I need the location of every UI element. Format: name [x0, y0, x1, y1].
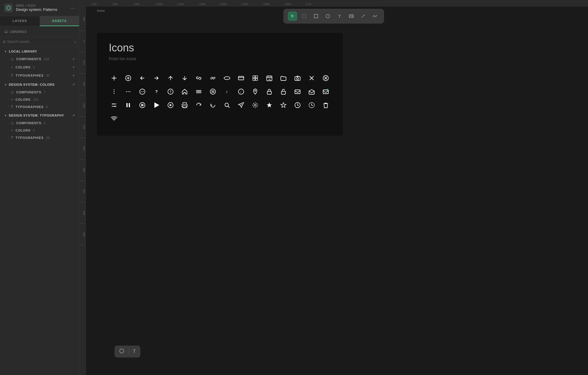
icon-lock-open[interactable]: [278, 86, 289, 97]
path-tool[interactable]: [370, 11, 380, 21]
icon-mail[interactable]: [292, 86, 303, 97]
ds-colors-header[interactable]: ▼ DESIGN SYSTEM: COLORS ↗: [0, 80, 79, 88]
icon-print[interactable]: [179, 100, 190, 110]
bottom-text-tool[interactable]: T: [133, 349, 136, 354]
icon-close-circle[interactable]: [320, 73, 331, 83]
icon-calendar[interactable]: 31: [264, 73, 275, 83]
icon-play-circle[interactable]: [165, 100, 176, 110]
svg-text:i: i: [226, 90, 228, 94]
icon-star[interactable]: [264, 100, 275, 110]
icon-pause[interactable]: [123, 100, 133, 110]
libraries-row[interactable]: 🗂 LIBRARIES: [0, 26, 79, 37]
icon-pause-circle[interactable]: [137, 100, 148, 110]
typography-icon: T: [11, 105, 13, 109]
icon-help-circle[interactable]: ?: [165, 86, 176, 97]
icon-folder[interactable]: [278, 73, 289, 83]
ds-colors-typographies-item[interactable]: › T TYPOGRAPHIES 6: [0, 103, 79, 110]
item-chevron-icon: ›: [8, 105, 9, 108]
external-link-icon[interactable]: ↗: [72, 113, 75, 117]
local-library-title: LOCAL LIBRARY: [9, 50, 37, 53]
icon-time[interactable]: [292, 100, 303, 110]
icon-trash[interactable]: [320, 100, 331, 110]
icon-ellipsis-circle[interactable]: [137, 86, 148, 97]
icon-close[interactable]: [306, 73, 317, 83]
icon-settings[interactable]: [250, 100, 260, 110]
brand-sub: GRID + FLEX: [16, 4, 57, 7]
icon-info-circle[interactable]: i: [236, 86, 246, 97]
icon-plus[interactable]: [109, 73, 119, 83]
add-color-icon[interactable]: +: [72, 65, 75, 70]
tab-layers[interactable]: LAYERS: [0, 16, 40, 26]
more-options-icon[interactable]: ⋯: [70, 5, 75, 11]
canvas-area[interactable]: -100 0 100 200 300 400 500 600 700 800 9…: [79, 6, 588, 375]
local-colors-item[interactable]: › ○ COLORS 5 +: [0, 63, 79, 71]
icon-reload[interactable]: [193, 100, 204, 110]
filter-icon[interactable]: ≡: [3, 39, 5, 44]
icon-arrow-down[interactable]: [179, 73, 190, 83]
icon-mail-open[interactable]: [306, 86, 317, 97]
external-link-icon[interactable]: ↗: [72, 83, 75, 87]
ruler-mark: 170: [306, 3, 327, 6]
icon-arrow-forward[interactable]: [151, 73, 162, 83]
ds-typography-typographies-item[interactable]: › T TYPOGRAPHIES 28: [0, 134, 79, 141]
icon-refresh[interactable]: [208, 100, 218, 110]
ds-typography-colors-item[interactable]: › ○ COLORS 5: [0, 127, 79, 134]
icon-ellipsis-h[interactable]: [123, 86, 133, 97]
icon-ellipsis-v[interactable]: [109, 86, 119, 97]
icon-sliders[interactable]: [109, 100, 119, 110]
icon-send[interactable]: [236, 100, 246, 110]
icon-lock-closed[interactable]: [264, 86, 275, 97]
ds-typography-header[interactable]: ▼ DESIGN SYSTEM: TYPOGRAPHY ↗: [0, 110, 79, 119]
pen-tool[interactable]: [358, 11, 368, 21]
local-typographies-item[interactable]: › T TYPOGRAPHIES 30 +: [0, 71, 79, 80]
icon-info[interactable]: i: [222, 86, 232, 97]
icon-arrow-back[interactable]: [137, 73, 148, 83]
icon-grid[interactable]: [250, 73, 260, 83]
icon-reorder[interactable]: [208, 86, 218, 97]
svg-point-60: [113, 103, 114, 105]
ds-colors-colors-item[interactable]: › ○ COLORS 126: [0, 96, 79, 103]
add-component-icon[interactable]: +: [72, 56, 75, 62]
icons-row-1: 31: [109, 73, 331, 83]
local-components-item[interactable]: › ◇ COMPONENTS 129 +: [0, 55, 79, 63]
icon-add-circle[interactable]: [123, 73, 133, 83]
local-library-header[interactable]: ▼ LOCAL LIBRARY: [0, 47, 79, 55]
icon-arrow-up[interactable]: [165, 73, 176, 83]
icon-play[interactable]: [151, 100, 162, 110]
item-chevron-icon: ›: [8, 91, 9, 94]
select-tool[interactable]: [300, 11, 309, 21]
cursor-tool[interactable]: [288, 11, 297, 21]
bottom-shape-tool[interactable]: [119, 348, 124, 355]
ds-colors-components-item[interactable]: › ◇ COMPONENTS 7: [0, 88, 79, 96]
icon-home[interactable]: [179, 86, 190, 97]
ellipse-tool[interactable]: [323, 11, 333, 21]
icon-oval[interactable]: [222, 73, 232, 83]
icon-link[interactable]: [193, 73, 204, 83]
icon-mail-unread[interactable]: [320, 86, 331, 97]
icon-star-outline[interactable]: [278, 100, 289, 110]
components-count: 0: [44, 121, 45, 125]
text-tool[interactable]: T: [335, 11, 344, 21]
icon-location[interactable]: [250, 86, 260, 97]
svg-point-6: [352, 15, 353, 16]
icon-wifi[interactable]: [109, 113, 119, 124]
icon-menu[interactable]: [193, 86, 204, 97]
svg-point-23: [297, 78, 299, 80]
section-title-row: ▼ DESIGN SYSTEM: COLORS: [4, 83, 55, 86]
icon-time-outline[interactable]: [306, 100, 317, 110]
icon-camera[interactable]: [292, 73, 303, 83]
icon-card[interactable]: [236, 73, 246, 83]
components-count: 7: [44, 90, 45, 94]
sort-icon[interactable]: ↕: [74, 40, 76, 44]
tab-assets[interactable]: ASSETS: [40, 16, 79, 26]
search-input[interactable]: [7, 40, 72, 44]
image-tool[interactable]: [347, 11, 356, 21]
icon-help[interactable]: ?: [151, 86, 162, 97]
rectangle-tool[interactable]: [311, 11, 321, 21]
brand-title: Design system: Patterns: [16, 7, 57, 12]
add-typography-icon[interactable]: +: [72, 73, 75, 78]
svg-rect-62: [126, 103, 128, 107]
ds-typography-components-item[interactable]: › ◇ COMPONENTS 0: [0, 119, 79, 127]
icon-search[interactable]: [222, 100, 232, 110]
icon-link-outline[interactable]: [208, 73, 218, 83]
